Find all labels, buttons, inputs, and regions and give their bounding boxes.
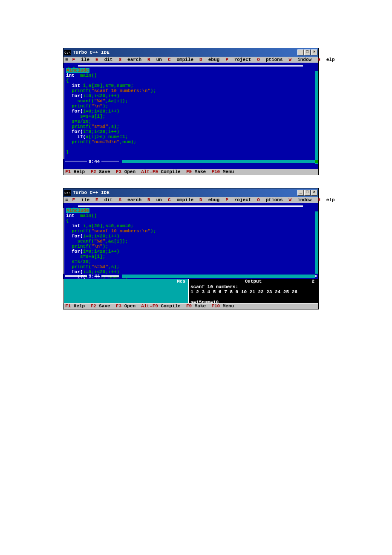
system-menu[interactable]: ≡: [65, 57, 68, 62]
menu-earch[interactable]: Search: [118, 57, 141, 62]
system-menu[interactable]: ≡: [65, 197, 68, 202]
menu-elp[interactable]: Help: [317, 57, 334, 62]
cursor-position: 9:44: [87, 274, 101, 279]
menubar[interactable]: ≡ FileEditSearchRunCompileDebugProjectOp…: [63, 197, 318, 203]
menu-ptions[interactable]: Options: [257, 197, 282, 202]
app-icon: C:\: [64, 50, 71, 55]
app-icon: C:\: [64, 190, 71, 196]
editor-bottom-frame: 9:44: [63, 159, 318, 164]
menu-ile[interactable]: File: [72, 57, 89, 62]
minimize-button[interactable]: _: [297, 190, 304, 196]
output-text: scanf 10 numbers: 1 2 3 4 5 6 7 8 9 10 2…: [190, 284, 316, 305]
menubar[interactable]: ≡ FileEditSearchRunCompileDebugProjectOp…: [63, 57, 318, 63]
vertical-scrollbar[interactable]: [315, 68, 318, 164]
cursor-position: 9:44: [87, 159, 101, 164]
code-editor[interactable]: #include int main() { int i,a[20],s=0,nu…: [63, 208, 318, 274]
menu-indow[interactable]: Window: [289, 57, 312, 62]
menu-dit[interactable]: Edit: [95, 197, 112, 202]
title-text: Turbo C++ IDE: [73, 50, 297, 55]
message-label: Mes: [176, 279, 186, 284]
menu-ebug[interactable]: Debug: [199, 57, 219, 62]
output-winnum: 2: [311, 279, 314, 284]
minimize-button[interactable]: _: [297, 49, 304, 55]
titlebar[interactable]: C:\ Turbo C++ IDE _ □ ×: [63, 48, 318, 57]
titlebar[interactable]: C:\ Turbo C++ IDE _ □ ×: [63, 188, 318, 197]
menu-indow[interactable]: Window: [289, 197, 312, 202]
menu-ebug[interactable]: Debug: [199, 197, 219, 202]
editor-bottom-frame: 9:44: [63, 274, 318, 279]
vertical-scrollbar[interactable]: [315, 208, 318, 274]
close-button[interactable]: ×: [311, 190, 317, 196]
editor-area[interactable]: [■] ═ E:1\2.CPP ═ 3=[↑]= #include int ma…: [63, 203, 318, 279]
editor-area[interactable]: [■] ═ E:1\2.CPP ═ 3=[↕]= #include int ma…: [63, 63, 318, 169]
menu-dit[interactable]: Edit: [95, 57, 112, 62]
menu-earch[interactable]: Search: [118, 197, 141, 202]
horizontal-scrollbar[interactable]: [119, 275, 315, 278]
menu-un[interactable]: Run: [147, 57, 162, 62]
menu-roject[interactable]: Project: [225, 57, 251, 62]
close-button[interactable]: ×: [311, 49, 317, 55]
menu-ptions[interactable]: Options: [257, 57, 282, 62]
ide-window-1: C:\ Turbo C++ IDE _ □ × ≡ FileEditSearch…: [63, 48, 319, 175]
menu-un[interactable]: Run: [147, 197, 162, 202]
title-text: Turbo C++ IDE: [73, 190, 297, 195]
output-pane[interactable]: Output 2 scanf 10 numbers: 1 2 3 4 5 6 7…: [188, 279, 318, 304]
lower-panes: Mes Output 2 scanf 10 numbers: 1 2 3 4 5…: [63, 279, 318, 304]
menu-ompile[interactable]: Compile: [168, 197, 193, 202]
menu-ile[interactable]: File: [72, 197, 89, 202]
menu-ompile[interactable]: Compile: [168, 57, 193, 62]
ide-window-2: C:\ Turbo C++ IDE _ □ × ≡ FileEditSearch…: [63, 188, 319, 309]
horizontal-scrollbar[interactable]: [119, 160, 315, 163]
output-label: Output: [244, 279, 263, 284]
statusbar: F1 Help F2 Save F3 Open Alt-F9 Compile F…: [63, 169, 318, 175]
menu-roject[interactable]: Project: [225, 197, 251, 202]
maximize-button[interactable]: □: [304, 49, 311, 55]
maximize-button[interactable]: □: [304, 190, 311, 196]
code-editor[interactable]: #include int main() { int i,a[20],s=0,nu…: [63, 68, 318, 159]
menu-elp[interactable]: Help: [317, 197, 334, 202]
message-pane[interactable]: Mes: [63, 279, 188, 304]
